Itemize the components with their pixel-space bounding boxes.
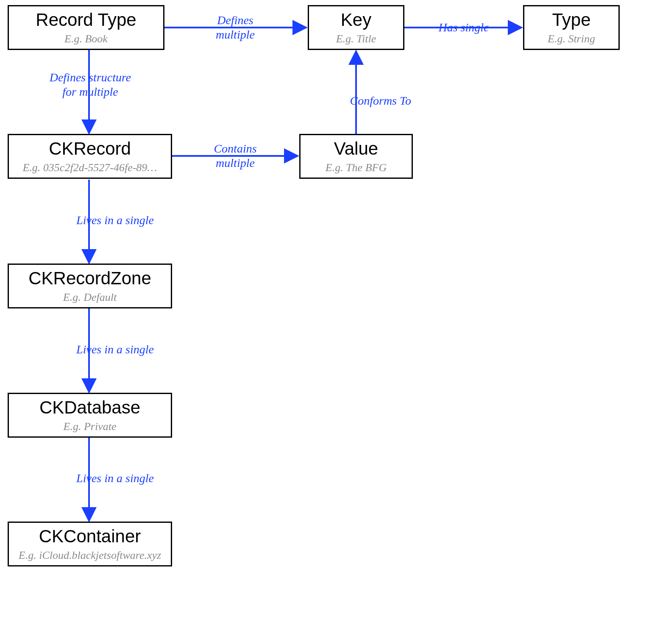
node-subtitle: E.g. Title <box>336 32 376 45</box>
node-subtitle: E.g. String <box>548 32 595 45</box>
node-subtitle: E.g. Default <box>63 291 117 304</box>
node-title: Value <box>334 139 378 159</box>
node-subtitle: E.g. Private <box>64 420 117 433</box>
node-ckrecord: CKRecord E.g. 035c2f2d-5527-46fe-89… <box>8 134 172 179</box>
node-title: CKDatabase <box>39 397 140 418</box>
node-key: Key E.g. Title <box>308 5 404 50</box>
node-type: Type E.g. String <box>523 5 620 50</box>
node-subtitle: E.g. Book <box>64 32 108 45</box>
edge-label-value-key: Conforms To <box>350 94 411 108</box>
edge-label-db-container: Lives in a single <box>76 471 154 486</box>
edge-label-record-value: Contains multiple <box>214 142 256 170</box>
node-title: Record Type <box>36 10 136 30</box>
node-ckdatabase: CKDatabase E.g. Private <box>8 393 172 438</box>
edge-label-rt-key: Defines multiple <box>216 13 255 42</box>
node-title: CKRecord <box>49 139 131 159</box>
node-title: Key <box>341 10 371 30</box>
node-subtitle: E.g. 035c2f2d-5527-46fe-89… <box>22 161 157 174</box>
edge-label-record-zone: Lives in a single <box>76 213 154 228</box>
edge-label-key-type: Has single <box>439 20 489 35</box>
node-value: Value E.g. The BFG <box>299 134 413 179</box>
node-subtitle: E.g. The BFG <box>326 161 387 174</box>
node-title: Type <box>552 10 590 30</box>
node-title: CKRecordZone <box>28 268 151 289</box>
node-record-type: Record Type E.g. Book <box>8 5 164 50</box>
node-subtitle: E.g. iCloud.blackjetsoftware.xyz <box>19 549 161 562</box>
node-ckcontainer: CKContainer E.g. iCloud.blackjetsoftware… <box>8 522 172 566</box>
edge-label-rt-record: Defines structure for multiple <box>50 70 131 99</box>
node-title: CKContainer <box>39 526 141 547</box>
node-ckrecordzone: CKRecordZone E.g. Default <box>8 264 172 308</box>
edge-label-zone-db: Lives in a single <box>76 342 154 357</box>
diagram-canvas: Record Type E.g. Book Key E.g. Title Typ… <box>0 0 671 644</box>
